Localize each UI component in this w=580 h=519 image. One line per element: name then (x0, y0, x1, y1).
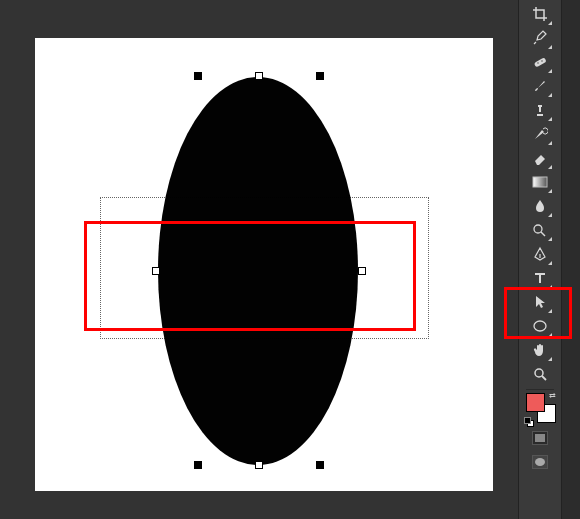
dodge-icon (532, 222, 548, 238)
tools-panel: ⇄ (518, 0, 562, 519)
brush-icon (532, 78, 548, 94)
transform-handle-top-right[interactable] (316, 72, 324, 80)
healing-brush-tool[interactable] (527, 50, 553, 74)
pen-icon (532, 246, 548, 262)
crop-icon (532, 6, 548, 22)
svg-point-2 (541, 60, 542, 61)
transform-handle-top-left[interactable] (194, 72, 202, 80)
hand-icon (532, 342, 548, 358)
brush-tool[interactable] (527, 74, 553, 98)
eyedropper-icon (532, 30, 548, 46)
gradient-icon (532, 175, 548, 189)
eraser-tool[interactable] (527, 146, 553, 170)
path-selection-tool[interactable] (527, 290, 553, 314)
transform-handle-top-mid[interactable] (255, 72, 263, 80)
transform-handle-mid-right[interactable] (358, 267, 366, 275)
shape-tool[interactable] (527, 314, 553, 338)
type-icon (532, 270, 548, 286)
svg-point-6 (535, 369, 543, 377)
zoom-tool[interactable] (527, 362, 553, 386)
swap-colors-icon[interactable]: ⇄ (549, 391, 556, 400)
eyedropper-tool[interactable] (527, 26, 553, 50)
transform-handle-bottom-left[interactable] (194, 461, 202, 469)
gradient-tool[interactable] (527, 170, 553, 194)
color-swatches[interactable]: ⇄ (526, 393, 554, 421)
transform-handle-bottom-right[interactable] (316, 461, 324, 469)
stamp-icon (532, 102, 548, 118)
panel-gutter (562, 0, 580, 519)
hand-tool[interactable] (527, 338, 553, 362)
ellipse-icon (532, 318, 548, 334)
pen-tool[interactable] (527, 242, 553, 266)
screenmode-row (519, 455, 561, 469)
svg-point-5 (534, 321, 546, 331)
transform-handle-mid-left[interactable] (152, 267, 160, 275)
magnifier-icon (532, 366, 548, 382)
blur-tool[interactable] (527, 194, 553, 218)
eraser-icon (532, 150, 548, 166)
quickmask-row (519, 431, 561, 445)
crop-tool[interactable] (527, 2, 553, 26)
type-tool[interactable] (527, 266, 553, 290)
history-brush-icon (532, 126, 548, 142)
transform-handle-bottom-mid[interactable] (255, 461, 263, 469)
foreground-color-swatch[interactable] (526, 393, 545, 412)
svg-rect-3 (533, 177, 547, 187)
dodge-tool[interactable] (527, 218, 553, 242)
history-brush-tool[interactable] (527, 122, 553, 146)
arrow-cursor-icon (532, 294, 548, 310)
bandage-icon (532, 54, 548, 70)
clone-stamp-tool[interactable] (527, 98, 553, 122)
default-colors-icon[interactable] (524, 417, 532, 425)
svg-point-1 (537, 62, 538, 63)
svg-point-4 (534, 225, 542, 233)
screen-mode-button[interactable] (532, 455, 548, 469)
droplet-icon (532, 198, 548, 214)
ellipse-shape[interactable] (158, 77, 358, 465)
standard-mode-button[interactable] (532, 431, 548, 445)
svg-rect-0 (534, 57, 547, 67)
